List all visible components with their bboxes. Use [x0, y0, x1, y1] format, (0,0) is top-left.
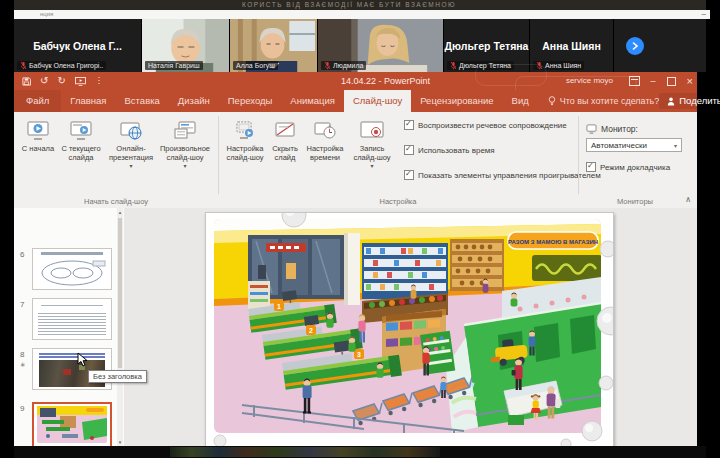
checkout-number-2: 2 — [309, 327, 313, 334]
thumbnail-number: 9 — [20, 404, 24, 413]
thumbnail-number: 6 — [20, 250, 24, 259]
participant-strip-end — [614, 19, 706, 72]
mic-muted-icon — [324, 61, 331, 70]
participant-tile[interactable]: Наталія Гавриш — [142, 19, 230, 72]
mic-muted-icon — [450, 61, 457, 70]
slide-thumbnail-7[interactable] — [32, 298, 112, 340]
thumbnail-scrollbar[interactable]: ▴ ▾ — [117, 208, 123, 446]
rehearse-timings-button[interactable]: Настройка времени — [304, 116, 346, 192]
custom-slideshow-icon — [173, 120, 197, 142]
chevron-down-icon: ▾ — [674, 142, 677, 149]
slideshow-from-start-icon — [26, 120, 50, 142]
restore-button[interactable] — [667, 77, 676, 86]
scroll-up-icon[interactable]: ▴ — [117, 209, 123, 215]
from-beginning-button[interactable]: С начала — [20, 116, 56, 192]
record-slideshow-button[interactable]: Запись слайд-шоу ▾ — [348, 116, 396, 192]
mic-muted-icon — [20, 61, 27, 70]
thumbnail-diagram — [33, 249, 111, 289]
supermarket-illustration: 1 2 3 — [214, 219, 601, 433]
collapse-ribbon-icon[interactable]: ∧ — [685, 195, 691, 204]
participant-tile[interactable]: Алла Богуш — [230, 19, 318, 72]
mouse-cursor — [77, 352, 88, 371]
scroll-down-icon[interactable]: ▾ — [117, 439, 123, 445]
slide-thumbnail-8[interactable] — [32, 348, 112, 390]
screen: КОРИСТЬ ВІД ВЗАЄМОДІЇ МАЄ БУТИ ВЗАЄМНОЮ … — [0, 0, 720, 458]
checkout-number-1: 1 — [277, 303, 281, 310]
minimize-button[interactable]: – — [651, 72, 656, 90]
participant-tile[interactable]: Анна Шиян Анна Шиян — [530, 19, 614, 72]
slide-thumbnail-9-selected[interactable] — [32, 402, 112, 448]
tab-review[interactable]: Рецензирование — [411, 90, 502, 112]
tab-file[interactable]: Файл — [14, 90, 61, 112]
checkbox-icon — [404, 170, 414, 180]
checkbox-show-media-controls[interactable]: Показать элементы управления проигрывате… — [404, 170, 601, 180]
ribbon: С начала С текущего слайда Онлайн-презен… — [14, 112, 697, 209]
checkbox-icon — [404, 120, 414, 130]
meeting-participant-strip: Бабчук Олена Г... Бабчук Олена Григорі..… — [14, 19, 706, 72]
group-label-setup: Настройка — [224, 197, 572, 206]
start-slideshow-icon[interactable] — [75, 77, 86, 86]
checkbox-play-narrations[interactable]: Воспроизвести речевое сопровождение — [404, 120, 567, 130]
titlebar: ↺ ↻ ⋮ 14.04.22 - PowerPoint service moyo… — [14, 72, 697, 90]
window-controls: – × — [629, 72, 693, 90]
participant-label: Алла Богуш — [233, 61, 278, 70]
background-bottom-fragment — [14, 446, 706, 458]
monitor-icon — [586, 124, 597, 134]
participant-name: Бабчук Олена Г... — [14, 40, 141, 52]
slide-editing-canvas[interactable]: 1 2 3 — [124, 208, 697, 448]
tooltip: Без заголовка — [88, 370, 147, 383]
tab-home[interactable]: Главная — [61, 90, 115, 112]
mini-titlebar-text: нция — [40, 10, 53, 19]
tab-slideshow[interactable]: Слайд-шоу — [344, 90, 411, 112]
slide-thumbnail-6[interactable] — [32, 248, 112, 290]
participant-tile[interactable]: Людмила — [318, 19, 444, 72]
ribbon-display-options-icon[interactable] — [629, 76, 640, 86]
mini-minimize-button[interactable]: – — [702, 9, 706, 18]
custom-slideshow-button[interactable]: Произвольное слайд-шоу ▾ — [158, 116, 212, 192]
tab-animations[interactable]: Анимация — [281, 90, 344, 112]
ribbon-tab-bar: Файл Главная Вставка Дизайн Переходы Ани… — [14, 90, 697, 112]
window-title: 14.04.22 - PowerPoint — [341, 72, 430, 90]
share-button[interactable]: Поделиться — [659, 93, 720, 109]
monitor-row: Монитор: — [586, 124, 638, 134]
mini-titlebar: нция – — [14, 10, 710, 19]
group-label-monitors: Мониторы — [580, 197, 690, 206]
background-color-fragment — [170, 447, 440, 457]
online-presentation-icon — [119, 120, 143, 142]
redo-icon[interactable]: ↻ — [57, 76, 65, 86]
from-current-slide-button[interactable]: С текущего слайда — [58, 116, 104, 192]
monitor-dropdown[interactable]: Автоматически ▾ — [586, 138, 682, 152]
checkbox-icon — [586, 162, 596, 172]
next-participants-button[interactable] — [626, 37, 644, 55]
participant-name: Дюльгер Тетяна — [444, 40, 529, 52]
participant-name: Анна Шиян — [530, 40, 613, 52]
slideshow-from-current-icon — [69, 120, 93, 142]
close-button[interactable]: × — [687, 72, 693, 90]
quick-access-toolbar: ↺ ↻ ⋮ — [22, 72, 103, 90]
slide[interactable]: 1 2 3 — [205, 212, 614, 449]
tab-design[interactable]: Дизайн — [169, 90, 219, 112]
hide-slide-icon — [273, 120, 297, 142]
participant-tile[interactable]: Бабчук Олена Г... Бабчук Олена Григорі.. — [14, 19, 142, 72]
tab-view[interactable]: Вид — [503, 90, 538, 112]
dropdown-arrow: ▾ — [129, 163, 132, 170]
hide-slide-button[interactable]: Скрыть слайд — [268, 116, 302, 192]
group-separator — [218, 116, 219, 194]
background-window-fragment: КОРИСТЬ ВІД ВЗАЄМОДІЇ МАЄ БУТИ ВЗАЄМНОЮ — [14, 0, 706, 10]
present-online-button[interactable]: Онлайн-презентация ▾ — [106, 116, 156, 192]
customize-qat-icon[interactable]: ⋮ — [95, 76, 103, 86]
tab-insert[interactable]: Вставка — [116, 90, 169, 112]
setup-slideshow-button[interactable]: Настройка слайд-шоу — [224, 116, 266, 192]
checkbox-presenter-view[interactable]: Режим докладчика — [586, 162, 670, 172]
tell-me-box[interactable]: Что вы хотите сделать? — [538, 90, 660, 112]
scrollbar-thumb[interactable] — [118, 218, 122, 368]
undo-icon[interactable]: ↺ — [40, 76, 48, 86]
slide-banner-text: РАЗОМ З МАМОЮ В МАГАЗИН — [508, 239, 598, 245]
monitor-label: Монитор: — [601, 124, 638, 134]
tab-transitions[interactable]: Переходы — [219, 90, 282, 112]
lightbulb-icon — [548, 96, 556, 106]
dropdown-arrow: ▾ — [370, 163, 373, 170]
save-icon[interactable] — [22, 77, 31, 86]
checkbox-use-timings[interactable]: Использовать время — [404, 145, 495, 155]
thumbnail-number: 8 — [20, 350, 24, 359]
